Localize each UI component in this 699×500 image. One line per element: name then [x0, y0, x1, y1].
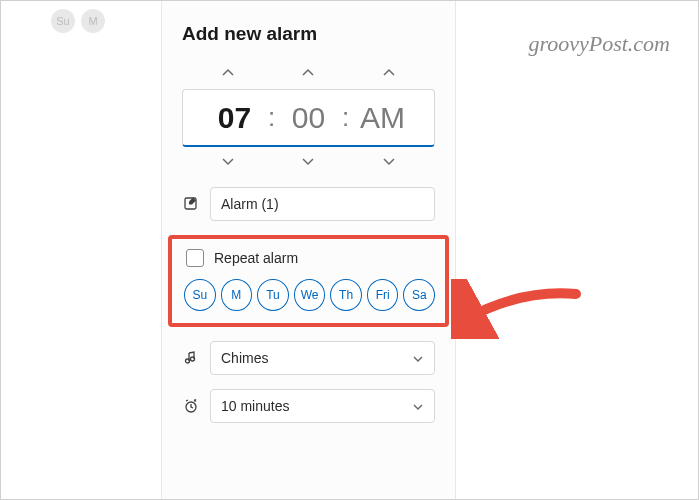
minute-up-button[interactable]	[278, 63, 338, 85]
alarm-name-row: Alarm (1)	[182, 187, 435, 221]
day-sa[interactable]: Sa	[403, 279, 435, 311]
panel-title: Add new alarm	[182, 23, 435, 45]
day-m[interactable]: M	[221, 279, 253, 311]
repeat-highlight: Repeat alarm Su M Tu We Th Fri Sa	[168, 235, 449, 327]
alarm-name-input[interactable]: Alarm (1)	[210, 187, 435, 221]
repeat-checkbox[interactable]	[186, 249, 204, 267]
ampm-down-button[interactable]	[359, 151, 419, 173]
minute-down-button[interactable]	[278, 151, 338, 173]
repeat-alarm-row: Repeat alarm	[182, 249, 435, 267]
watermark: groovyPost.com	[528, 31, 670, 57]
pill-m: M	[81, 9, 105, 33]
music-note-icon	[182, 349, 200, 367]
svg-point-2	[191, 357, 195, 361]
minute-value[interactable]: 00	[279, 101, 339, 135]
day-th[interactable]: Th	[330, 279, 362, 311]
sound-select[interactable]: Chimes	[210, 341, 435, 375]
snooze-icon: z	[182, 397, 200, 415]
snooze-row: z 10 minutes	[182, 389, 435, 423]
snooze-value: 10 minutes	[221, 398, 289, 414]
annotation-arrow	[451, 279, 581, 339]
svg-point-1	[186, 359, 190, 363]
day-fr[interactable]: Fri	[367, 279, 399, 311]
repeat-label: Repeat alarm	[214, 250, 298, 266]
day-su[interactable]: Su	[184, 279, 216, 311]
day-we[interactable]: We	[294, 279, 326, 311]
edit-icon	[182, 195, 200, 213]
hour-down-button[interactable]	[198, 151, 258, 173]
ampm-value[interactable]: AM	[353, 101, 413, 135]
time-down-arrows	[182, 151, 435, 173]
alarm-name-value: Alarm (1)	[221, 196, 279, 212]
sound-value: Chimes	[221, 350, 268, 366]
day-selector: Su M Tu We Th Fri Sa	[182, 279, 435, 311]
time-colon: :	[339, 102, 353, 133]
time-picker[interactable]: 07 : 00 : AM	[182, 89, 435, 147]
ampm-up-button[interactable]	[359, 63, 419, 85]
chevron-down-icon	[412, 350, 424, 366]
time-colon: :	[265, 102, 279, 133]
pill-su: Su	[51, 9, 75, 33]
hour-up-button[interactable]	[198, 63, 258, 85]
day-tu[interactable]: Tu	[257, 279, 289, 311]
sound-row: Chimes	[182, 341, 435, 375]
hour-value[interactable]: 07	[205, 101, 265, 135]
background-day-pills: Su M	[51, 9, 105, 33]
svg-text:z: z	[194, 398, 197, 403]
add-alarm-panel: Add new alarm 07 : 00 : AM Alarm (1) Rep…	[161, 1, 456, 500]
time-up-arrows	[182, 63, 435, 85]
snooze-select[interactable]: 10 minutes	[210, 389, 435, 423]
chevron-down-icon	[412, 398, 424, 414]
